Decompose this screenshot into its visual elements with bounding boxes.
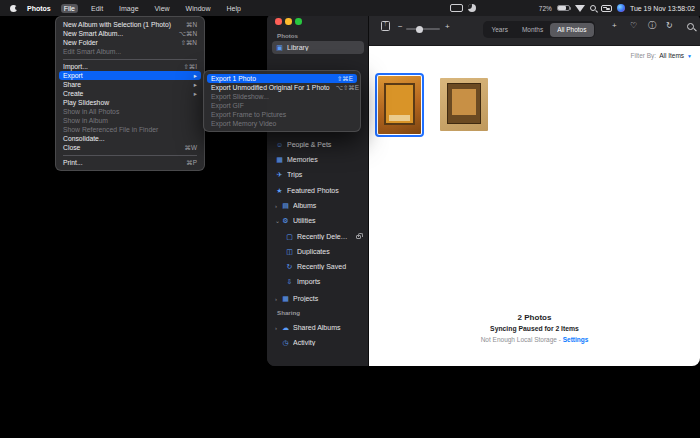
trips-icon: ✈ [275,171,284,179]
search-icon[interactable] [687,23,694,30]
menu-edit[interactable]: Edit [88,4,106,13]
settings-link[interactable]: Settings [563,336,589,343]
sidebar: Photos ▣ Library ☺ People & Pets ▦ Memor… [267,13,369,366]
filter-icon: ▼ [687,53,692,59]
sidebar-section-photos: Photos [277,32,298,39]
menu-item-export-unmodified-original[interactable]: Export Unmodified Original For 1 Photo ⌥… [207,83,357,92]
menu-separator [63,59,197,60]
recently-deleted-icon: ▢ [285,233,294,241]
featured-icon: ★ [275,187,284,195]
photo-library-icon: ▣ [275,44,284,52]
sync-status: Syncing Paused for 2 Items [369,325,700,332]
app-menu-title[interactable]: Photos [27,5,51,12]
menu-item-export[interactable]: Export ▸ [59,71,201,80]
sidebar-item-recently-saved[interactable]: ↻ Recently Saved [272,260,364,273]
menu-image[interactable]: Image [116,4,141,13]
menu-item-share[interactable]: Share ▸ [59,80,201,89]
close-window-button[interactable] [275,18,282,25]
menu-item-export-slideshow: Export Slideshow... [207,92,357,101]
zoom-out-icon[interactable]: − [398,23,403,31]
submenu-arrow-icon: ▸ [194,72,197,80]
menu-item-new-folder[interactable]: New Folder ⇧⌘N [59,38,201,47]
sidebar-item-projects[interactable]: › ▦ Projects [272,292,364,305]
photo-count: 2 Photos [369,313,700,322]
sidebar-item-imports[interactable]: ⇩ Imports [272,275,364,288]
sidebar-item-duplicates[interactable]: ◫ Duplicates [272,245,364,258]
filter-control[interactable]: Filter By: All Items ▼ [630,52,692,59]
menu-item-show-in-all-photos: Show in All Photos [59,107,201,116]
activity-icon: ◷ [281,339,290,347]
search-icon[interactable] [590,5,596,11]
wifi-icon[interactable] [575,5,585,12]
tab-years[interactable]: Years [485,23,515,37]
menu-item-consolidate[interactable]: Consolidate... [59,134,201,143]
battery-percent: 72% [539,5,552,12]
submenu-arrow-icon: ▸ [194,90,197,98]
menu-separator [63,155,197,156]
filter-value: All Items [659,52,684,59]
menu-item-new-smart-album[interactable]: New Smart Album... ⌥⌘N [59,29,201,38]
duplicates-icon: ◫ [285,248,294,256]
control-center-icon[interactable] [601,5,612,12]
tab-all-photos[interactable]: All Photos [550,23,593,37]
display-icon[interactable] [450,4,463,12]
siri-icon[interactable] [617,4,625,12]
zoom-slider-knob[interactable] [416,26,423,33]
photos-window: Photos ▣ Library ☺ People & Pets ▦ Memor… [267,13,700,366]
menu-item-show-in-album: Show in Album [59,116,201,125]
apple-menu-icon[interactable] [10,4,17,13]
menu-help[interactable]: Help [224,4,244,13]
menu-item-export-memory-video: Export Memory Video [207,119,357,128]
lock-icon [356,235,361,239]
menu-item-new-album-with-selection[interactable]: New Album with Selection (1 Photo) ⌘N [59,20,201,29]
sidebar-item-memories[interactable]: ▦ Memories [272,153,364,166]
menu-view[interactable]: View [152,4,173,13]
favorite-icon[interactable]: ♡ [630,22,637,30]
menu-window[interactable]: Window [183,4,214,13]
menu-file[interactable]: File [61,4,78,13]
sidebar-item-shared-albums[interactable]: › ☁ Shared Albums [272,321,364,334]
submenu-arrow-icon: ▸ [194,81,197,89]
menu-bar-left: Photos File Edit Image View Window Help [0,4,244,13]
menu-bar-status: 72% Tue 19 Nov 13:58:02 [450,4,700,12]
menu-item-export-gif: Export GIF [207,101,357,110]
zoom-window-button[interactable] [295,18,302,25]
photo-thumbnail[interactable] [440,78,488,131]
menu-item-print[interactable]: Print... ⌘P [59,158,201,167]
desktop: { "colors":{"selection_blue":"#0a62f5","… [0,0,700,438]
sidebar-item-albums[interactable]: › ▤ Albums [272,199,364,212]
rotate-icon[interactable]: ↻ [666,22,673,30]
focus-icon[interactable] [468,4,476,12]
sidebar-item-library[interactable]: ▣ Library [272,41,364,54]
minimize-window-button[interactable] [285,18,292,25]
people-icon: ☺ [275,141,284,148]
menu-item-play-slideshow[interactable]: Play Slideshow [59,98,201,107]
sidebar-item-activity[interactable]: ◷ Activity [272,336,364,349]
menu-bar-clock[interactable]: Tue 19 Nov 13:58:02 [630,5,695,12]
tab-months[interactable]: Months [515,23,550,37]
toolbar: − + Years Months All Photos + ♡ ⓘ ↻ [369,13,700,46]
share-icon[interactable] [381,21,390,31]
photo-thumbnail-selected[interactable] [378,76,421,134]
add-icon[interactable]: + [612,22,617,30]
menu-item-export-1-photo[interactable]: Export 1 Photo ⇧⌘E [207,74,357,83]
menu-item-close[interactable]: Close ⌘W [59,143,201,152]
sidebar-item-people-pets[interactable]: ☺ People & Pets [272,138,364,151]
sidebar-item-featured-photos[interactable]: ★ Featured Photos [272,184,364,197]
main-area: − + Years Months All Photos + ♡ ⓘ ↻ Filt… [369,13,700,366]
photo-grid: Filter By: All Items ▼ 2 Photos Syncing … [369,46,700,366]
view-segmented-control: Years Months All Photos [483,21,595,38]
menu-item-import[interactable]: Import... ⇧⌘I [59,62,201,71]
sidebar-item-recently-deleted[interactable]: ▢ Recently Dele… [272,230,364,243]
zoom-in-icon[interactable]: + [445,23,450,31]
albums-icon: ▤ [281,202,290,210]
sidebar-item-utilities[interactable]: ⌄ ⚙ Utilities [272,214,364,227]
shared-albums-icon: ☁ [281,324,290,332]
zoom-slider[interactable] [406,28,440,30]
filter-label: Filter By: [630,52,656,59]
menu-item-create[interactable]: Create ▸ [59,89,201,98]
recently-saved-icon: ↻ [285,263,294,271]
info-icon[interactable]: ⓘ [648,22,656,30]
battery-icon[interactable] [557,5,570,12]
sidebar-item-trips[interactable]: ✈ Trips [272,168,364,181]
